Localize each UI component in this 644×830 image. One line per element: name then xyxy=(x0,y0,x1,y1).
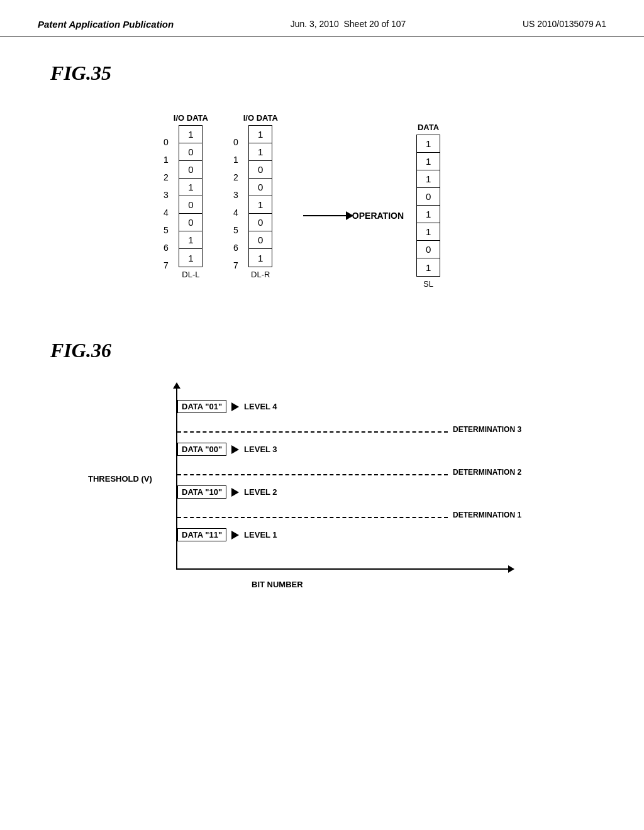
dl-r-row-label-5: 5 xyxy=(233,221,241,239)
level2-label: LEVEL 2 xyxy=(244,487,277,497)
dl-l-cell-3: 1 xyxy=(179,179,202,196)
dl-r-cell-4: 1 xyxy=(249,196,272,214)
dl-l-row-labels: 0 1 2 3 4 5 6 7 xyxy=(164,133,171,274)
level3-band: DATA "00" LEVEL 3 xyxy=(177,443,277,456)
publication-number: US 2010/0135079 A1 xyxy=(523,19,606,29)
publication-title: Patent Application Publication xyxy=(38,19,174,30)
sl-footer: SL xyxy=(423,279,433,289)
threshold-label: THRESHOLD (V) xyxy=(88,474,152,484)
data-01-label: DATA "01" xyxy=(177,400,226,413)
dl-r-row-labels: 0 1 2 3 4 5 6 7 xyxy=(233,133,241,274)
dl-r-data-column: I/O DATA 1 1 0 0 1 0 0 1 DL-R xyxy=(243,113,278,279)
operation-arrow-area: OPERATION xyxy=(303,191,404,221)
main-content: FIG.35 0 1 2 3 4 5 6 7 I/O DATA 1 xyxy=(0,36,644,633)
dl-r-row-label-6: 6 xyxy=(233,239,241,257)
dl-r-row-label-1: 1 xyxy=(233,151,241,169)
dl-r-row-label-4: 4 xyxy=(233,204,241,221)
data-11-label: DATA "11" xyxy=(177,528,226,541)
sl-cell-1: 1 xyxy=(417,153,440,170)
fig36-section: FIG.36 THRESHOLD (V) BIT NUMBER DATA "01… xyxy=(50,339,594,607)
row-label-1: 1 xyxy=(164,151,171,169)
row-label-4: 4 xyxy=(164,204,171,221)
fig35-title: FIG.35 xyxy=(50,62,594,85)
determination3-label: DETERMINATION 3 xyxy=(453,425,521,434)
sl-cell-4: 1 xyxy=(417,206,440,223)
determination1-line xyxy=(177,517,448,518)
dl-r-cell-3: 0 xyxy=(249,179,272,196)
determination2-line xyxy=(177,474,448,475)
fig35-diagram: 0 1 2 3 4 5 6 7 I/O DATA 1 0 0 1 xyxy=(164,104,594,289)
operation-arrow-line xyxy=(303,215,347,216)
dl-r-cell-2: 0 xyxy=(249,161,272,179)
data-10-label: DATA "10" xyxy=(177,485,226,499)
sl-cell-3: 0 xyxy=(417,188,440,206)
level3-label: LEVEL 3 xyxy=(244,445,277,454)
level1-band: DATA "11" LEVEL 1 xyxy=(177,528,277,541)
row-label-6: 6 xyxy=(164,239,171,257)
dl-l-data-column: I/O DATA 1 0 0 1 0 0 1 1 DL-L xyxy=(174,113,208,279)
dl-l-header: I/O DATA xyxy=(174,113,208,123)
level2-arrow xyxy=(231,488,239,497)
dl-l-table: 0 1 2 3 4 5 6 7 I/O DATA 1 0 0 1 xyxy=(164,113,208,279)
page-header: Patent Application Publication Jun. 3, 2… xyxy=(0,0,644,36)
dl-l-cell-1: 0 xyxy=(179,143,202,161)
row-label-2: 2 xyxy=(164,169,171,186)
sl-header: DATA xyxy=(418,123,439,132)
sl-cell-0: 1 xyxy=(417,135,440,153)
row-label-5: 5 xyxy=(164,221,171,239)
dl-r-cell-0: 1 xyxy=(249,126,272,143)
bit-number-label: BIT NUMBER xyxy=(252,580,303,589)
sl-cell-2: 1 xyxy=(417,170,440,188)
dl-r-row-label-3: 3 xyxy=(233,186,241,204)
dl-r-header: I/O DATA xyxy=(243,113,278,123)
dl-l-cell-6: 1 xyxy=(179,231,202,249)
dl-r-cell-7: 1 xyxy=(249,249,272,267)
dl-r-row-label-7: 7 xyxy=(233,257,241,274)
sl-cells: 1 1 1 0 1 1 0 1 xyxy=(416,135,440,277)
dl-r-cell-5: 0 xyxy=(249,214,272,231)
data-00-label: DATA "00" xyxy=(177,443,226,456)
operation-label: OPERATION xyxy=(352,211,404,221)
dl-l-cell-0: 1 xyxy=(179,126,202,143)
dl-r-cells: 1 1 0 0 1 0 0 1 xyxy=(248,125,272,267)
dl-l-cells: 1 0 0 1 0 0 1 1 xyxy=(179,125,203,267)
sl-cell-5: 1 xyxy=(417,223,440,241)
dl-l-cell-5: 0 xyxy=(179,214,202,231)
level2-band: DATA "10" LEVEL 2 xyxy=(177,485,277,499)
level4-band: DATA "01" LEVEL 4 xyxy=(177,400,277,413)
determination2-label: DETERMINATION 2 xyxy=(453,468,521,477)
dl-r-row-label-2: 2 xyxy=(233,169,241,186)
dl-l-footer: DL-L xyxy=(182,270,199,279)
dl-l-cell-7: 1 xyxy=(179,249,202,267)
publication-date: Jun. 3, 2010 Sheet 20 of 107 xyxy=(291,19,406,29)
dl-r-cell-1: 1 xyxy=(249,143,272,161)
row-label-0: 0 xyxy=(164,133,171,151)
row-label-3: 3 xyxy=(164,186,171,204)
fig36-title: FIG.36 xyxy=(50,339,594,362)
level4-label: LEVEL 4 xyxy=(244,402,277,411)
dl-r-row-label-0: 0 xyxy=(233,133,241,151)
level1-label: LEVEL 1 xyxy=(244,530,277,540)
x-axis xyxy=(176,568,509,570)
level1-arrow xyxy=(231,531,239,540)
y-axis xyxy=(176,387,177,570)
dl-r-footer: DL-R xyxy=(251,270,270,279)
fig36-diagram: THRESHOLD (V) BIT NUMBER DATA "01" LEVEL… xyxy=(88,381,594,607)
row-label-7: 7 xyxy=(164,257,171,274)
determination3-line xyxy=(177,431,448,433)
fig35-section: FIG.35 0 1 2 3 4 5 6 7 I/O DATA 1 xyxy=(50,62,594,289)
sl-cell-7: 1 xyxy=(417,258,440,276)
level3-arrow xyxy=(231,445,239,454)
dl-r-cell-6: 0 xyxy=(249,231,272,249)
sl-cell-6: 0 xyxy=(417,241,440,258)
determination1-label: DETERMINATION 1 xyxy=(453,511,521,519)
sl-column: DATA 1 1 1 0 1 1 0 1 SL xyxy=(416,123,440,289)
dl-l-cell-4: 0 xyxy=(179,196,202,214)
level4-arrow xyxy=(231,402,239,411)
dl-r-table: 0 1 2 3 4 5 6 7 I/O DATA 1 1 0 0 xyxy=(233,113,278,279)
dl-l-cell-2: 0 xyxy=(179,161,202,179)
